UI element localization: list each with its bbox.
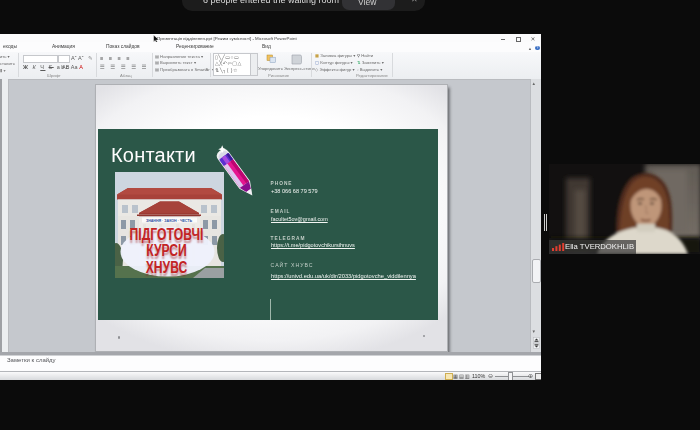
svg-text:ЗНАННЯ · ЗАКОН · ЧЕСТЬ: ЗНАННЯ · ЗАКОН · ЧЕСТЬ: [146, 219, 193, 223]
